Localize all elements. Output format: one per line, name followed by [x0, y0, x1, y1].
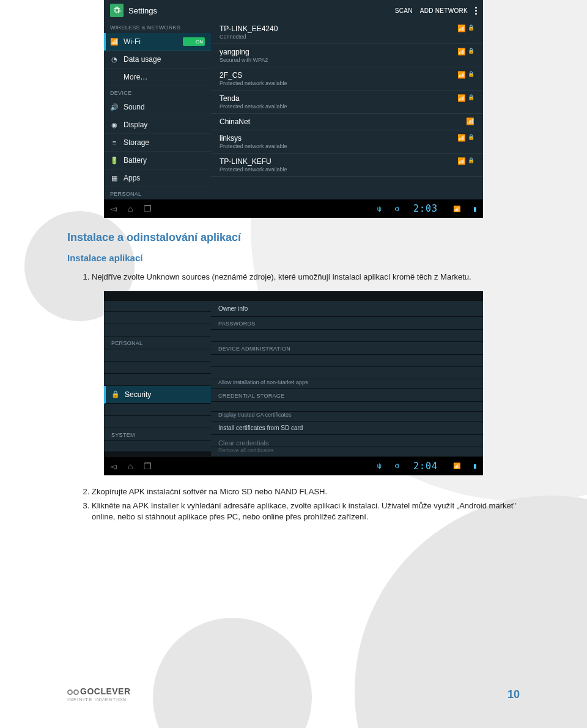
usb-icon: ψ	[377, 462, 382, 469]
install-from-sd-row[interactable]: Install certificates from SD card	[211, 422, 483, 435]
wifi-network-status: Connected	[220, 34, 452, 40]
wifi-signal-icon: 📶	[453, 206, 460, 212]
sidebar-item-sound[interactable]: 🔊 Sound	[104, 98, 211, 116]
wifi-network-row[interactable]: TP-LINK_EE4240Connected📶🔒	[211, 21, 483, 44]
sidebar-item-data-usage[interactable]: ◔ Data usage	[104, 51, 211, 69]
screenshot-wifi-settings: Settings SCAN ADD NETWORK WIRELESS & NET…	[104, 0, 483, 218]
sidebar-item-label: More…	[124, 73, 147, 81]
heading-install: Instalace aplikací	[67, 253, 520, 263]
page-footer: GOCLEVER INFINITE INVENTION 10	[67, 686, 520, 702]
clear-credentials-sub: Remove all certificates	[211, 447, 483, 457]
sidebar-item-more[interactable]: More…	[104, 69, 211, 86]
settings-header: Settings SCAN ADD NETWORK	[104, 0, 483, 21]
wifi-network-row[interactable]: TP-LINK_KEFUProtected network available📶…	[211, 154, 483, 177]
recent-apps-icon[interactable]: ❐	[144, 204, 152, 214]
home-icon[interactable]: ⌂	[128, 461, 133, 471]
wifi-signal-icon: 📶	[466, 117, 474, 125]
battery-status-icon: ▮	[473, 206, 477, 212]
lock-icon: 🔒	[468, 24, 474, 31]
wifi-network-row[interactable]: linksysProtected network available📶🔒	[211, 130, 483, 154]
storage-icon: ≡	[110, 139, 119, 146]
step-2: Zkopírujte APK instalační softvér na Mic…	[92, 486, 520, 497]
wifi-network-status: Protected network available	[220, 166, 452, 173]
display-icon: ◉	[110, 121, 119, 129]
wifi-network-name: linksys	[220, 134, 452, 143]
wifi-network-row[interactable]: ChinaNet📶	[211, 114, 483, 130]
wifi-icon: 📶	[110, 38, 119, 46]
scan-button[interactable]: SCAN	[395, 7, 413, 14]
goclever-logo: GOCLEVER	[67, 686, 131, 696]
battery-icon: 🔋	[110, 157, 119, 165]
owner-info-row[interactable]: Owner info	[211, 301, 483, 317]
wifi-signal-icon: 📶	[457, 94, 466, 102]
wifi-signal-icon: 📶	[457, 71, 466, 79]
wifi-network-name: TP-LINK_EE4240	[220, 24, 452, 33]
back-icon[interactable]: ◅	[110, 461, 117, 471]
apps-icon: ▦	[110, 174, 119, 182]
settings-icon	[110, 4, 124, 17]
wifi-network-status: Protected network available	[220, 143, 452, 149]
clock: 2:03	[413, 203, 438, 214]
sidebar-item-label: Display	[124, 121, 147, 129]
sidebar-item-label: Data usage	[124, 55, 161, 64]
category-personal: PERSONAL	[104, 187, 211, 199]
debug-icon: ⚙	[394, 462, 400, 469]
step-1: Nejdříve zvolte Unknown sources (neznámé…	[92, 272, 520, 283]
usb-icon: ψ	[377, 206, 382, 212]
heading-install-uninstall: Instalace a odinstalování aplikací	[67, 231, 520, 244]
wifi-network-status: Protected network available	[220, 103, 452, 110]
home-icon[interactable]: ⌂	[128, 204, 133, 214]
category-personal: PERSONAL	[104, 336, 211, 349]
trusted-credentials-sub: Display trusted CA certificates	[211, 412, 483, 422]
recent-apps-icon[interactable]: ❐	[144, 461, 152, 471]
sidebar-item-security[interactable]: 🔒 Security	[104, 386, 211, 404]
sidebar-item-wifi[interactable]: 📶 Wi-Fi ON	[104, 33, 211, 51]
clock: 2:04	[413, 461, 438, 472]
category-wireless: WIRELESS & NETWORKS	[104, 21, 211, 33]
wifi-network-status: Protected network available	[220, 80, 452, 86]
sidebar-item-battery[interactable]: 🔋 Battery	[104, 152, 211, 169]
wifi-network-row[interactable]: 2F_CSProtected network available📶🔒	[211, 67, 483, 91]
lock-icon: 🔒	[468, 48, 474, 54]
sidebar-item-display[interactable]: ◉ Display	[104, 116, 211, 134]
wifi-signal-icon: 📶	[453, 462, 460, 469]
clear-credentials-row: Clear credentials	[211, 435, 483, 447]
bg-decoration	[153, 618, 312, 728]
wifi-network-name: 2F_CS	[220, 71, 452, 80]
debug-icon: ⚙	[394, 206, 400, 212]
step-3: Klikněte na APK Installer k vyhledání ad…	[92, 500, 520, 522]
sidebar-item-label: Sound	[124, 103, 145, 111]
sidebar-item-label: Security	[125, 390, 151, 399]
page-number: 10	[508, 688, 520, 701]
back-icon[interactable]: ◅	[110, 204, 117, 214]
android-navbar: ◅ ⌂ ❐ ψ ⚙ 2:04 📶 ▮	[104, 457, 483, 475]
wifi-network-name: Tenda	[220, 94, 452, 103]
sidebar-item-label: Storage	[124, 138, 149, 147]
screenshot-security-settings: PERSONAL 🔒 Security SYSTEM Owner info PA…	[104, 291, 483, 475]
overflow-menu-icon[interactable]	[475, 7, 477, 15]
wifi-signal-icon: 📶	[457, 134, 466, 142]
sidebar-item-label: Wi-Fi	[124, 37, 141, 46]
add-network-button[interactable]: ADD NETWORK	[420, 7, 468, 14]
unknown-sources-sub: Allow installation of non-Market apps	[211, 379, 483, 389]
sidebar-item-apps[interactable]: ▦ Apps	[104, 169, 211, 187]
wifi-toggle[interactable]: ON	[183, 37, 205, 46]
sidebar-item-storage[interactable]: ≡ Storage	[104, 134, 211, 152]
wifi-network-status: Secured with WPA2	[220, 57, 452, 63]
lock-icon: 🔒	[468, 71, 474, 77]
lock-icon: 🔒	[111, 390, 120, 398]
battery-status-icon: ▮	[473, 462, 477, 469]
wifi-network-row[interactable]: TendaProtected network available📶🔒	[211, 91, 483, 114]
logo-tagline: INFINITE INVENTION	[67, 697, 131, 702]
android-navbar: ◅ ⌂ ❐ ψ ⚙ 2:03 📶 ▮	[104, 199, 483, 218]
category-device: DEVICE	[104, 86, 211, 98]
sidebar-item-label: Battery	[124, 156, 147, 165]
settings-title: Settings	[128, 6, 388, 15]
lock-icon: 🔒	[468, 157, 474, 163]
data-usage-icon: ◔	[110, 56, 119, 64]
wifi-signal-icon: 📶	[457, 24, 466, 32]
category-device-admin: DEVICE ADMINISTRATION	[211, 342, 483, 355]
wifi-network-list: TP-LINK_EE4240Connected📶🔒yangpingSecured…	[211, 21, 483, 199]
wifi-network-row[interactable]: yangpingSecured with WPA2📶🔒	[211, 44, 483, 67]
category-system: SYSTEM	[104, 428, 211, 441]
